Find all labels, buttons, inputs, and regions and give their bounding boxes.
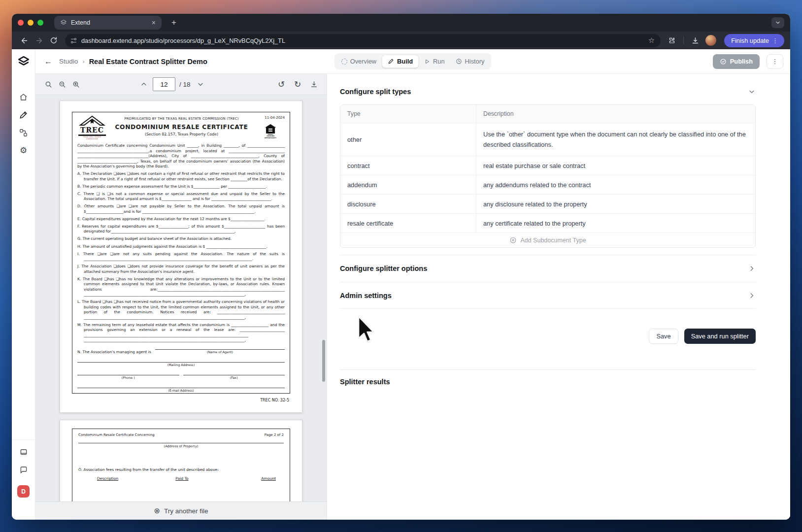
chevron-down-icon (775, 20, 781, 26)
pdf-scroll-area[interactable]: TREC TEXAS REAL ESTATE COMMISSION PROMUL… (35, 95, 327, 501)
split-types-header[interactable]: Configure split types (340, 88, 756, 96)
doc2-col-paidto: Paid To (168, 476, 203, 481)
reload-button[interactable] (47, 34, 60, 47)
next-page-button[interactable] (194, 77, 207, 91)
sidebar-item-home[interactable] (16, 90, 31, 104)
url-text[interactable]: dashboard.extend.app/studio/processors/d… (81, 37, 648, 44)
browser-tab-strip: Extend × + (12, 14, 790, 32)
zoom-out-button[interactable] (55, 77, 69, 91)
pdf-scrollbar-thumb[interactable] (322, 340, 325, 382)
download-file-button[interactable] (307, 77, 321, 91)
pdf-toolbar-right: ↺ ↻ (274, 77, 321, 91)
section-splitter-options[interactable]: Configure splitter options (340, 255, 756, 282)
browser-toolbar: dashboard.extend.app/studio/processors/d… (12, 32, 790, 49)
doc-clause: H. The amount of unsatisfied judgments a… (77, 244, 285, 249)
doc-agent-block: N. The Association's managing agent is (… (77, 345, 285, 393)
sidebar-item-workflows[interactable] (16, 125, 31, 140)
previous-page-button[interactable] (137, 77, 151, 91)
tab-history[interactable]: History (450, 55, 490, 67)
new-tab-button[interactable]: + (168, 17, 179, 29)
close-window-button[interactable] (18, 20, 24, 26)
sidebar-item-settings[interactable]: ⚙ (16, 143, 31, 158)
chevron-right-icon (748, 265, 756, 272)
url-bar[interactable]: dashboard.extend.app/studio/processors/d… (65, 34, 661, 47)
rotate-ccw-button[interactable]: ↺ (274, 77, 288, 91)
user-avatar[interactable]: D (17, 485, 30, 498)
back-to-studio-button[interactable]: ← (44, 57, 52, 66)
doc-clause: C. There ❑ is ❑is not a common expense o… (77, 192, 285, 202)
doc-clause: M. The remaining term of any leasehold e… (77, 323, 285, 343)
back-button[interactable] (18, 34, 31, 47)
doc2-col-description: Description (97, 476, 118, 481)
extensions-button[interactable] (666, 34, 678, 47)
doc-promulgated: PROMULGATED BY THE TEXAS REAL ESTATE COM… (107, 117, 256, 121)
page-title: Real Estate Contract Splitter Demo (89, 58, 207, 66)
pdf-page-2: Condominium Resale Certificate Concernin… (60, 420, 302, 501)
breadcrumb-separator: › (82, 58, 84, 65)
tab-build[interactable]: Build (382, 55, 419, 68)
zoom-in-button[interactable] (69, 77, 83, 91)
pdf-page-1: TREC TEXAS REAL ESTATE COMMISSION PROMUL… (60, 100, 302, 413)
add-subdocument-type-button[interactable]: Add Subdocument Type (340, 233, 755, 247)
doc-clause: D. Other amounts ❑are ❑are not payable b… (77, 204, 285, 214)
browser-tab[interactable]: Extend × (54, 16, 162, 30)
table-row[interactable]: disclosure any disclosure related to the… (340, 194, 755, 213)
save-button[interactable]: Save (649, 329, 678, 344)
finish-update-button[interactable]: Finish update ⋮ (724, 34, 784, 47)
bookmark-star-icon[interactable]: ☆ (648, 36, 655, 45)
more-options-button[interactable]: ⋮ (767, 54, 783, 69)
doc-trec-no: TREC NO. 32-5 (72, 398, 290, 402)
close-tab-icon[interactable]: × (150, 19, 158, 27)
app-header: ← Studio › Real Estate Contract Splitter… (35, 49, 790, 74)
sidebar-bottom-group: D (12, 439, 35, 520)
table-row[interactable]: contract real estate purchase or sale co… (340, 156, 755, 175)
try-another-file-button[interactable]: ⊗ Try another file (35, 501, 327, 520)
workflow-nodes-icon (19, 128, 28, 137)
doc-clause: B. The periodic common expense assessmen… (77, 184, 285, 189)
minimize-window-button[interactable] (28, 20, 33, 26)
traffic-lights (18, 20, 43, 26)
pdf-viewer-panel: / 18 ↺ ↻ (35, 74, 327, 520)
rotate-cw-button[interactable]: ↻ (291, 77, 304, 91)
tab-run[interactable]: Run (419, 55, 450, 67)
doc-clause: J. The Association ❑does ❑does not provi… (77, 264, 285, 274)
mode-tabs: Overview Build Run History (334, 53, 492, 69)
publish-button[interactable]: Publish (713, 54, 760, 69)
try-another-file-label: Try another file (164, 507, 208, 515)
app-logo[interactable] (12, 49, 35, 74)
pdf-search-button[interactable] (41, 77, 55, 91)
table-row[interactable]: addendum any addendums related to the co… (340, 175, 755, 194)
forward-arrow-icon (35, 36, 43, 45)
sidebar-item-studio[interactable] (16, 107, 31, 122)
sidebar-item-docs[interactable] (16, 445, 31, 460)
tab-overflow-button[interactable] (771, 17, 784, 28)
doc-clause: G. The current operating budget and bala… (77, 236, 285, 241)
doc-clause: F. Reserves for capital expenditures are… (77, 224, 285, 234)
browser-menu-kebab-icon[interactable]: ⋮ (769, 37, 781, 44)
table-row[interactable]: other Use the `other` document type when… (340, 123, 755, 156)
doc-title: CONDOMINIUM RESALE CERTIFICATE (107, 123, 256, 132)
zoom-window-button[interactable] (37, 20, 43, 26)
gear-icon: ⚙ (20, 146, 27, 155)
doc-clause: E. Capital expenditures approved by the … (77, 217, 285, 222)
breadcrumb-studio[interactable]: Studio (59, 58, 78, 65)
pdf-toolbar: / 18 ↺ ↻ (35, 74, 327, 95)
save-and-run-splitter-button[interactable]: Save and run splitter (684, 329, 756, 344)
table-row[interactable]: resale certificate any certificate relat… (340, 213, 755, 233)
chevron-up-icon (140, 80, 148, 88)
tab-overview[interactable]: Overview (336, 55, 382, 67)
section-admin-settings[interactable]: Admin settings (340, 282, 756, 309)
forward-button[interactable] (33, 34, 45, 47)
header-actions: Publish ⋮ (713, 54, 783, 69)
doc-clause: I. There ❑are ❑are not any suits pending… (77, 252, 285, 262)
browser-profile-avatar[interactable] (705, 35, 716, 46)
site-info-icon[interactable] (70, 37, 77, 44)
page-number-input[interactable] (153, 77, 175, 91)
sidebar-item-chat[interactable] (16, 463, 31, 477)
config-panel: Configure split types Type Description o… (327, 74, 790, 520)
add-circle-icon (509, 236, 517, 244)
chevron-down-icon (197, 80, 204, 88)
finish-update-label: Finish update (731, 37, 769, 44)
chevron-down-icon[interactable] (748, 88, 756, 96)
downloads-button[interactable] (689, 34, 702, 47)
